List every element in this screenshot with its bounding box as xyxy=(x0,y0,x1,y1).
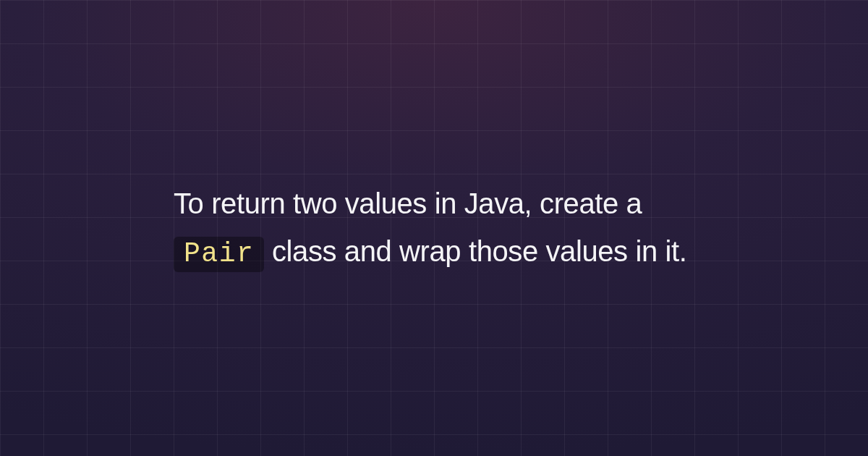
text-before-code: To return two values in Java, create a xyxy=(174,187,642,219)
card-canvas: To return two values in Java, create a P… xyxy=(0,0,868,456)
text-after-code: class and wrap those values in it. xyxy=(272,235,686,267)
inline-code: Pair xyxy=(174,237,264,272)
card-text: To return two values in Java, create a P… xyxy=(87,180,781,277)
